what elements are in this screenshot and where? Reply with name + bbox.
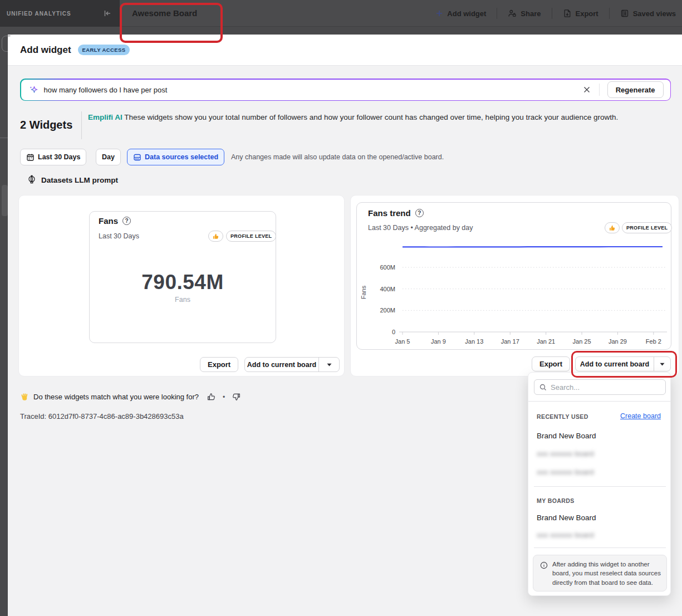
prompt-value[interactable]: how many followers do I have per post	[44, 86, 575, 94]
svg-text:Jan 5: Jan 5	[395, 338, 410, 345]
emplifi-ai-label: Emplifi AI	[88, 113, 122, 121]
thumb-badge	[208, 231, 223, 242]
top-bar: UNIFIED ANALYTICS Awesome Board Add widg…	[0, 0, 682, 27]
trend-export-button[interactable]: Export	[532, 356, 570, 371]
svg-text:600M: 600M	[380, 264, 395, 271]
fans-trend-title: Fans trend	[368, 208, 411, 218]
regenerate-button[interactable]: Regenerate	[607, 81, 664, 98]
board-menu-item[interactable]: Brand New Board	[537, 514, 596, 522]
modal-title: Add widget	[20, 45, 71, 56]
board-menu-item-blurred[interactable]: xxx xxxxxx board	[537, 531, 594, 539]
caret-down-icon	[327, 363, 332, 366]
ai-description: Emplifi AI These widgets show you your t…	[88, 112, 670, 123]
svg-text:Jan 29: Jan 29	[609, 338, 627, 345]
divider	[534, 547, 666, 548]
divider	[599, 84, 600, 96]
svg-text:Jan 21: Jan 21	[537, 338, 555, 345]
fans-widget-title: Fans	[99, 216, 118, 226]
saved-views-icon	[620, 9, 629, 18]
board-search[interactable]	[534, 379, 666, 395]
divider	[81, 111, 82, 139]
background-fragment	[0, 138, 8, 138]
feedback-row: Do these widgets match what you were loo…	[20, 392, 241, 402]
top-nav: Add widget Share Export Saved views	[425, 0, 682, 27]
board-menu-item-blurred[interactable]: xxx xxxxxx board	[537, 449, 594, 458]
sparkle-icon	[29, 85, 38, 95]
clear-prompt-icon[interactable]	[580, 83, 593, 96]
dimmed-background-band	[0, 27, 682, 35]
thumbs-up-emoji-icon	[212, 233, 219, 240]
widgets-count: 2 Widgets	[20, 119, 72, 131]
create-board-link[interactable]: Create board	[620, 412, 661, 420]
trend-add-to-board-split-button: Add to current board	[575, 356, 671, 371]
board-select-dropdown: RECENTLY USED Create board Brand New Boa…	[528, 372, 671, 596]
board-info-box: After adding this widget to another boar…	[533, 555, 667, 591]
chips-note: Any changes made will also update data o…	[231, 153, 444, 161]
modal-header: Add widget EARLY ACCESS	[8, 35, 682, 66]
export-button-top[interactable]: Export	[552, 0, 609, 27]
early-access-badge: EARLY ACCESS	[78, 45, 130, 55]
add-widget-button[interactable]: Add widget	[425, 0, 497, 27]
trend-add-board-caret[interactable]	[654, 357, 670, 371]
svg-text:0: 0	[392, 329, 395, 335]
thumbs-up-icon[interactable]	[207, 392, 216, 402]
data-sources-icon	[133, 153, 141, 162]
fans-value-label: Fans	[89, 296, 276, 304]
svg-text:Feb 2: Feb 2	[646, 338, 661, 345]
svg-text:Fans: Fans	[360, 285, 367, 299]
thumbs-up-emoji-icon	[609, 224, 616, 232]
background-fragment	[2, 185, 8, 216]
help-icon[interactable]	[415, 209, 424, 217]
fans-add-to-board-button[interactable]: Add to current board	[245, 358, 318, 371]
trend-add-to-board-button[interactable]: Add to current board	[576, 357, 654, 371]
search-icon	[539, 384, 547, 391]
datasets-icon	[27, 175, 37, 185]
help-icon[interactable]	[122, 217, 131, 225]
recently-used-heading: RECENTLY USED	[537, 413, 588, 420]
waving-hand-icon	[20, 393, 29, 402]
thumb-badge	[605, 222, 620, 233]
divider	[534, 486, 666, 487]
svg-text:Jan 13: Jan 13	[465, 338, 483, 345]
caret-down-icon	[660, 363, 665, 366]
svg-text:400M: 400M	[380, 286, 395, 292]
fans-export-button[interactable]: Export	[200, 357, 238, 372]
app-brand: UNIFIED ANALYTICS	[0, 0, 120, 27]
brand-label: UNIFIED ANALYTICS	[7, 11, 71, 17]
export-icon	[563, 9, 572, 18]
dimmed-background-strip	[0, 35, 8, 616]
fans-value: 790.54M	[89, 271, 276, 294]
board-menu-item-blurred[interactable]: xxx xxxxxx board	[537, 468, 594, 476]
fans-add-board-caret[interactable]	[318, 358, 339, 371]
fans-trend-chart: 0200M400M600MFansJan 5Jan 9Jan 13Jan 17J…	[360, 237, 669, 348]
date-range-chip[interactable]: Last 30 Days	[20, 149, 86, 165]
svg-text:Jan 9: Jan 9	[431, 338, 446, 345]
dot-separator: •	[223, 393, 225, 401]
thumbs-down-icon[interactable]	[232, 392, 241, 402]
svg-text:Jan 25: Jan 25	[573, 338, 591, 345]
fans-widget-period: Last 30 Days	[99, 232, 139, 240]
plus-icon	[435, 9, 443, 17]
divider	[528, 401, 671, 402]
profile-level-badge: PROFILE LEVEL	[226, 231, 276, 242]
my-boards-heading: MY BOARDS	[537, 497, 575, 504]
trace-id: TraceId: 6012d7f0-8737-4c86-ac89-3b42869…	[20, 412, 184, 421]
share-button[interactable]: Share	[497, 0, 551, 27]
board-search-input[interactable]	[551, 383, 660, 392]
granularity-chip[interactable]: Day	[96, 149, 121, 165]
ai-prompt-input[interactable]: how many followers do I have per post Re…	[20, 79, 671, 101]
profile-level-badge: PROFILE LEVEL	[622, 222, 672, 233]
datasets-llm-prompt[interactable]: Datasets LLM prompt	[27, 175, 118, 185]
calendar-icon	[26, 153, 35, 162]
info-icon	[540, 561, 548, 571]
svg-text:Jan 17: Jan 17	[501, 338, 519, 345]
fans-trend-period: Last 30 Days • Aggregated by day	[368, 224, 473, 232]
board-title[interactable]: Awesome Board	[132, 0, 197, 27]
svg-text:200M: 200M	[380, 307, 395, 314]
saved-views-button[interactable]: Saved views	[610, 0, 682, 27]
feedback-question: Do these widgets match what you were loo…	[33, 393, 199, 401]
collapse-sidebar-icon[interactable]	[103, 9, 112, 20]
board-menu-item[interactable]: Brand New Board	[537, 432, 596, 440]
share-icon	[508, 9, 517, 18]
data-sources-chip[interactable]: Data sources selected	[127, 149, 224, 165]
